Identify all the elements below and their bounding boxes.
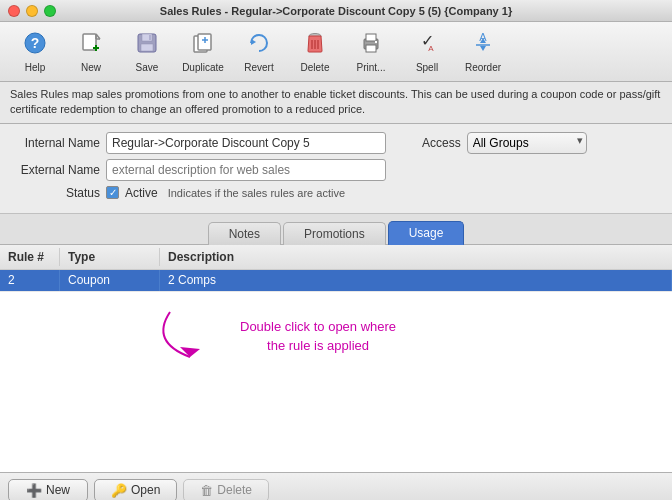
- svg-rect-11: [149, 35, 151, 40]
- svg-marker-16: [251, 39, 256, 45]
- bottom-delete-button[interactable]: 🗑 Delete: [183, 479, 269, 500]
- access-label: Access: [422, 136, 461, 150]
- delete-button[interactable]: Delete: [288, 26, 342, 78]
- svg-text:?: ?: [31, 35, 40, 51]
- content-section: Rule # Type Description 2 Coupon 2 Comps…: [0, 245, 672, 472]
- close-button[interactable]: [8, 5, 20, 17]
- help-icon: ?: [23, 31, 47, 59]
- internal-name-label: Internal Name: [10, 136, 100, 150]
- col-type: Type: [60, 248, 160, 266]
- bottom-delete-label: Delete: [217, 483, 252, 497]
- tab-notes[interactable]: Notes: [208, 222, 281, 245]
- spell-label: Spell: [416, 62, 438, 73]
- window-controls: [8, 5, 56, 17]
- svg-rect-22: [366, 34, 376, 41]
- active-label: Active: [125, 186, 158, 200]
- tab-notes-label: Notes: [229, 227, 260, 241]
- reorder-icon: A: [471, 31, 495, 59]
- revert-icon: [247, 31, 271, 59]
- spell-button[interactable]: ✓ A Spell: [400, 26, 454, 78]
- table-container: Rule # Type Description 2 Coupon 2 Comps…: [0, 245, 672, 472]
- revert-label: Revert: [244, 62, 273, 73]
- bottom-open-label: Open: [131, 483, 160, 497]
- table-row[interactable]: 2 Coupon 2 Comps: [0, 270, 672, 292]
- col-rule-num: Rule #: [0, 248, 60, 266]
- bottom-new-label: New: [46, 483, 70, 497]
- svg-rect-24: [375, 41, 377, 43]
- annotation-container: Double click to open where the rule is a…: [0, 292, 672, 442]
- spell-icon: ✓ A: [415, 31, 439, 59]
- new-button[interactable]: New: [64, 26, 118, 78]
- svg-rect-23: [366, 45, 376, 52]
- svg-text:A: A: [428, 44, 434, 53]
- status-hint: Indicates if the sales rules are active: [168, 187, 345, 199]
- status-row: Status Active Indicates if the sales rul…: [10, 186, 662, 200]
- save-button[interactable]: Save: [120, 26, 174, 78]
- cell-rule-num: 2: [0, 270, 60, 291]
- external-name-input[interactable]: [106, 159, 386, 181]
- tab-usage[interactable]: Usage: [388, 221, 465, 245]
- new-icon: [79, 31, 103, 59]
- access-select-wrapper: All Groups: [467, 132, 587, 154]
- info-bar: Sales Rules map sales promotions from on…: [0, 82, 672, 124]
- external-name-row: External Name: [10, 159, 662, 181]
- print-label: Print...: [357, 62, 386, 73]
- col-description: Description: [160, 248, 672, 266]
- save-label: Save: [136, 62, 159, 73]
- title-bar: Sales Rules - Regular->Corporate Discoun…: [0, 0, 672, 22]
- tab-promotions-label: Promotions: [304, 227, 365, 241]
- svg-rect-10: [141, 44, 153, 51]
- internal-name-input[interactable]: [106, 132, 386, 154]
- empty-rows-area: Double click to open where the rule is a…: [0, 292, 672, 472]
- bottom-open-icon: 🔑: [111, 483, 127, 498]
- delete-label: Delete: [301, 62, 330, 73]
- access-select[interactable]: All Groups: [467, 132, 587, 154]
- bottom-new-icon: ➕: [26, 483, 42, 498]
- bottom-toolbar: ➕ New 🔑 Open 🗑 Delete: [0, 472, 672, 500]
- cell-type: Coupon: [60, 270, 160, 291]
- reorder-label: Reorder: [465, 62, 501, 73]
- svg-marker-29: [480, 46, 486, 51]
- annotation-line2: the rule is applied: [267, 338, 369, 353]
- revert-button[interactable]: Revert: [232, 26, 286, 78]
- status-label: Status: [10, 186, 100, 200]
- form-area: Internal Name Access All Groups External…: [0, 124, 672, 214]
- delete-icon: [303, 31, 327, 59]
- table-header: Rule # Type Description: [0, 245, 672, 270]
- annotation-text: Double click to open where the rule is a…: [240, 317, 396, 356]
- maximize-button[interactable]: [44, 5, 56, 17]
- external-name-label: External Name: [10, 163, 100, 177]
- print-button[interactable]: Print...: [344, 26, 398, 78]
- info-text: Sales Rules map sales promotions from on…: [10, 88, 660, 115]
- save-icon: [135, 31, 159, 59]
- help-label: Help: [25, 62, 46, 73]
- window-title: Sales Rules - Regular->Corporate Discoun…: [160, 5, 512, 17]
- print-icon: [359, 31, 383, 59]
- tab-usage-label: Usage: [409, 226, 444, 240]
- duplicate-label: Duplicate: [182, 62, 224, 73]
- new-label: New: [81, 62, 101, 73]
- active-checkbox[interactable]: [106, 186, 119, 199]
- minimize-button[interactable]: [26, 5, 38, 17]
- tab-promotions[interactable]: Promotions: [283, 222, 386, 245]
- reorder-button[interactable]: A Reorder: [456, 26, 510, 78]
- duplicate-icon: [191, 31, 215, 59]
- help-button[interactable]: ? Help: [8, 26, 62, 78]
- annotation-line1: Double click to open where: [240, 319, 396, 334]
- toolbar: ? Help New Save: [0, 22, 672, 82]
- bottom-new-button[interactable]: ➕ New: [8, 479, 88, 500]
- bottom-delete-icon: 🗑: [200, 483, 213, 498]
- duplicate-button[interactable]: Duplicate: [176, 26, 230, 78]
- svg-marker-31: [180, 347, 200, 357]
- bottom-open-button[interactable]: 🔑 Open: [94, 479, 177, 500]
- internal-name-row: Internal Name Access All Groups: [10, 132, 662, 154]
- cell-description: 2 Comps: [160, 270, 672, 291]
- tabs-row: Notes Promotions Usage: [0, 214, 672, 245]
